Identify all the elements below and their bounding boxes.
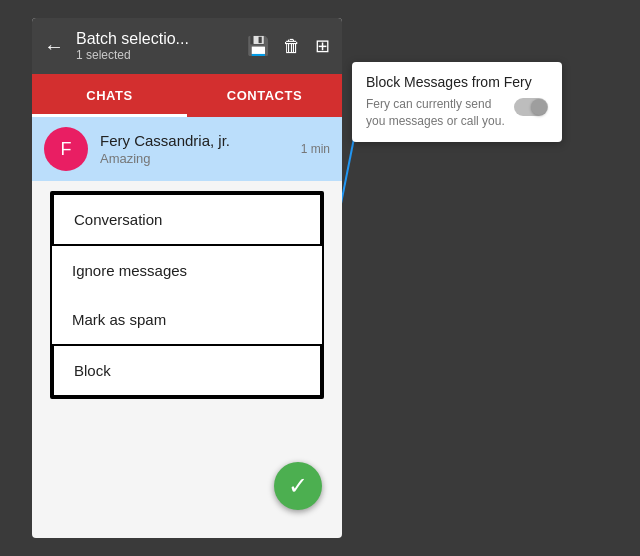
app-header: ← Batch selectio... 1 selected 💾 🗑 ⊞	[32, 18, 342, 74]
header-title: Batch selectio...	[76, 30, 235, 48]
tooltip-title: Block Messages from Fery	[366, 74, 548, 90]
block-toggle[interactable]	[514, 98, 548, 116]
context-menu-block[interactable]: Block	[52, 344, 322, 397]
context-menu-spam[interactable]: Mark as spam	[52, 295, 322, 344]
toggle-knob	[531, 99, 547, 115]
header-subtitle: 1 selected	[76, 48, 235, 62]
header-icons: 💾 🗑 ⊞	[247, 35, 330, 57]
check-icon: ✓	[288, 472, 308, 500]
chat-time: 1 min	[301, 142, 330, 156]
context-menu: Conversation Ignore messages Mark as spa…	[50, 191, 324, 399]
save-icon[interactable]: 💾	[247, 35, 269, 57]
chat-info: Fery Cassandria, jr. Amazing	[100, 132, 289, 166]
tab-chats[interactable]: CHATS	[32, 74, 187, 117]
phone-frame: ← Batch selectio... 1 selected 💾 🗑 ⊞ CHA…	[32, 18, 342, 538]
context-menu-ignore[interactable]: Ignore messages	[52, 246, 322, 295]
chat-list-item[interactable]: F Fery Cassandria, jr. Amazing 1 min	[32, 117, 342, 181]
chat-preview: Amazing	[100, 151, 289, 166]
back-button[interactable]: ←	[44, 35, 64, 58]
context-menu-conversation[interactable]: Conversation	[52, 193, 322, 246]
chat-name: Fery Cassandria, jr.	[100, 132, 289, 149]
fab-confirm-button[interactable]: ✓	[274, 462, 322, 510]
tooltip-text: Fery can currently send you messages or …	[366, 96, 506, 130]
grid-icon[interactable]: ⊞	[315, 35, 330, 57]
delete-icon[interactable]: 🗑	[283, 36, 301, 57]
tooltip-popup: Block Messages from Fery Fery can curren…	[352, 62, 562, 142]
header-title-block: Batch selectio... 1 selected	[76, 30, 235, 62]
tooltip-body: Fery can currently send you messages or …	[366, 96, 548, 130]
avatar: F	[44, 127, 88, 171]
tab-contacts[interactable]: CONTACTS	[187, 74, 342, 117]
tab-bar: CHATS CONTACTS	[32, 74, 342, 117]
